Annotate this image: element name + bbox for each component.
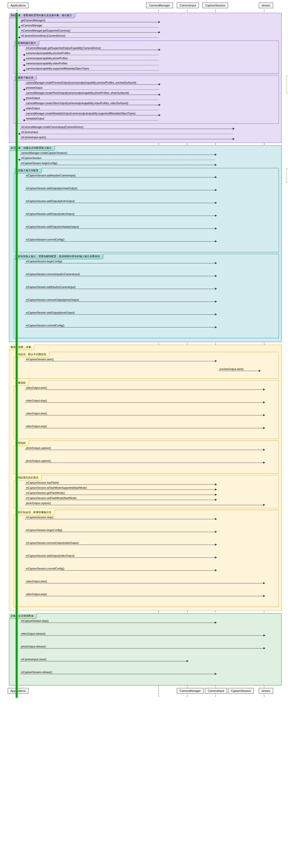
message-row: mCaptureSession.getFlashMode() xyxy=(17,491,279,496)
block-record-flow: 录像流程 videoOutput.start() videoOutput.sto… xyxy=(14,380,279,439)
message-label: cameraManager.createPreviewOutput(camera… xyxy=(26,81,136,84)
block-title: 举例设置闪光灯模式 xyxy=(14,475,42,480)
message-label: mCaptureSession.release() xyxy=(21,671,52,674)
message-label: videoOutput.start() xyxy=(26,386,47,389)
message-row: cameraManager.createVideoOutput(cameraou… xyxy=(17,101,279,106)
message-row: mCaptureSession.addOutput(previewOutput) xyxy=(17,186,279,199)
message-row: mCaptureSession.beginConfig() xyxy=(17,528,279,541)
block-title: 重新添加输入输出，需要先解除配置，然后移除掉原有的输入输出后再添加 xyxy=(14,254,103,259)
message-row: mCaptureSession.addOutput(videoOutput) xyxy=(17,554,279,567)
block-create-outputs: 可以不全创建，只创建双流 预览+拍照、 预览+录像 创建各个输出流 camera… xyxy=(14,75,279,124)
message-label: videoOutput.stop() xyxy=(26,593,47,596)
message-label: mCameraManager.getSupportedCameras() xyxy=(21,29,70,32)
sequence-diagram: Applications CameraManager CameraInput C… xyxy=(3,3,285,695)
message-label: mCameraManager.getSupportedOutputCapabil… xyxy=(26,47,101,50)
message-label: photoOutput.capture() xyxy=(26,447,51,450)
message-row: mCaptureSession.removeOutput(videoOutput… xyxy=(17,541,279,554)
message-row: mCameraManager xyxy=(12,24,281,29)
message-label: getCameraManager() xyxy=(21,19,45,22)
message-label: videoOutput xyxy=(26,107,40,110)
message-label: mCaptureSession.commitConfig() xyxy=(26,238,64,241)
message-row: mCaptureSession.setFlashMode(flashMode) xyxy=(17,496,279,501)
message-label: mCaptureSession.addOutput(videoOutput) xyxy=(26,554,74,557)
message-label: mCaptureSession.setFlashMode(flashMode) xyxy=(26,497,76,499)
message-label: photoOutput xyxy=(26,97,40,99)
message-row: cameraoutputcapability.videoProfiles xyxy=(17,62,279,67)
participants-top: Applications CameraManager CameraInput C… xyxy=(3,3,285,10)
message-row: videoOutput xyxy=(17,106,279,112)
message-label: videoOutput.start() xyxy=(26,580,47,583)
participant-cameramanager: CameraManager xyxy=(177,688,204,694)
message-row: mCaptureSession.beginConfig() xyxy=(17,259,279,272)
message-label: mCaptureSession xyxy=(21,157,41,159)
block-output-capability: 获取相机输出能力 mCameraManager.getSupportedOutp… xyxy=(14,40,279,73)
message-label: mCaptureSession.addOutput(photoOutput) xyxy=(26,311,75,314)
message-row: mCameraInput xyxy=(12,130,281,135)
message-label: mCameraInput.open() xyxy=(21,136,46,139)
message-label: previewOutput.start() xyxy=(220,368,244,371)
message-row: photoOutput.capture() xyxy=(17,501,279,506)
block-title: 添加输入输出并配置 xyxy=(14,168,42,173)
message-label: cameraoutputcapability.photoProfiles xyxy=(26,57,68,60)
message-row: cameraManager.createPreviewOutput(camera… xyxy=(17,81,279,86)
message-row: previewOutput xyxy=(17,86,279,91)
message-label: mCaptureSession.addOutput(metadataOutput… xyxy=(26,225,79,228)
message-label: metadataOutput xyxy=(26,117,44,120)
message-label: videoOutput.start() xyxy=(26,412,47,415)
message-row: mCaptureSession.removeInput(mCameraInput… xyxy=(17,272,279,285)
message-label: previewOutput xyxy=(26,86,42,89)
message-label: photoOutput.release() xyxy=(21,645,46,648)
participant-applications: Applications xyxy=(8,3,28,8)
message-row: metadataOutput xyxy=(17,117,279,122)
message-label: cameraManager.createMetadataOutput(camer… xyxy=(26,112,135,115)
message-row: mCaptureSession xyxy=(12,156,281,161)
message-label: mCaptureSession.stop() xyxy=(26,516,54,519)
message-label: mCaptureSession.commitConfig() xyxy=(26,567,64,570)
note: 可以不全创建，只创建双流 预览+拍照、 预览+录像 xyxy=(286,75,288,93)
message-label: mCameraInput xyxy=(21,131,38,133)
message-row: previewOutput.start() xyxy=(17,367,279,377)
note: 输出流可以只配置双流 预览+拍照、 预览+录像 xyxy=(286,168,288,183)
message-row: mCameraDeviceArray:[CameraDevice] xyxy=(12,34,281,39)
message-label: mCaptureSession.commitConfig() xyxy=(26,324,64,327)
message-row: mCaptureSession.isFlashModeSupported(fla… xyxy=(17,486,279,491)
message-row: mCameraManager.getSupportedOutputCapabil… xyxy=(17,46,279,51)
block-preview-photo-video: 预览，拍照，录像 启动会话，默认开启预览流 mCaptureSession.st… xyxy=(9,345,282,611)
block-title: 设备，会话资源释放 xyxy=(9,613,37,619)
message-row: mCaptureSession.addOutput(photoOutput) xyxy=(17,199,279,212)
message-label: mCaptureSession.addInput(mCameraInput) xyxy=(26,174,75,177)
message-label: photoOutput.capture() xyxy=(26,502,51,505)
message-label: mCameraManager xyxy=(21,24,42,27)
message-row: mCaptureSession.commitConfig() xyxy=(17,238,279,251)
message-row: mCaptureSession.release() xyxy=(12,670,281,683)
message-row: mCaptureSession.addInput(mCameraInput) xyxy=(17,285,279,298)
message-row: mCaptureSession.beginConfig() xyxy=(12,161,281,166)
message-label: cameraoutputcapability.videoProfiles xyxy=(26,62,67,65)
message-row: videoOutput.start() xyxy=(17,411,279,424)
participant-camerainput: CameraInput xyxy=(177,3,199,8)
participant-camerainput: CameraInput xyxy=(205,688,227,694)
participants-bottom: Applications CameraManager CameraManager… xyxy=(3,688,285,695)
message-label: cameraManager.createVideoOutput(cameraou… xyxy=(26,102,128,104)
message-row: mCameraManager.createCameraInput(CameraD… xyxy=(12,125,281,130)
message-label: mCaptureSession.removeOutput(videoOutput… xyxy=(26,541,79,545)
message-label: mCaptureSession.getFlashMode() xyxy=(26,492,65,494)
message-label: mCameraDeviceArray:[CameraDevice] xyxy=(21,34,65,37)
message-row: mCaptureSession.stop() xyxy=(12,619,281,632)
message-row: mCaptureSession.removeOutput(photoOutput… xyxy=(17,298,279,311)
message-row: mCaptureSession.stop() xyxy=(17,516,279,528)
block-title: 基础准备：获取相机管理对象以及设备对象，输出能力 xyxy=(9,13,75,18)
message-row: mCameraInput.close() xyxy=(12,657,281,670)
message-row: cameraManager.createCaptureSession() xyxy=(12,151,281,156)
message-label: cameraoutputcapability.previewProfiles xyxy=(26,52,70,55)
message-label: mCaptureSession.hasFlash() xyxy=(26,481,59,484)
message-label: mCaptureSession.removeOutput(photoOutput… xyxy=(26,299,79,301)
block-basic-prep: 基础准备：获取相机管理对象以及设备对象，输出能力 getCameraManage… xyxy=(9,13,282,143)
message-label: cameraManager.createPhotoOutput(cameraou… xyxy=(26,92,129,94)
message-label: mCaptureSession.addInput(mCameraInput) xyxy=(26,286,75,288)
message-row: photoOutput xyxy=(17,96,279,101)
block-photo-flow: 拍照流程 photoOutput.capture() photoOutput.c… xyxy=(14,440,279,474)
participant-cameramanager: CameraManager xyxy=(146,3,173,8)
participant-applications: Applications xyxy=(8,688,28,694)
message-label: videoOutput.release() xyxy=(21,632,45,635)
